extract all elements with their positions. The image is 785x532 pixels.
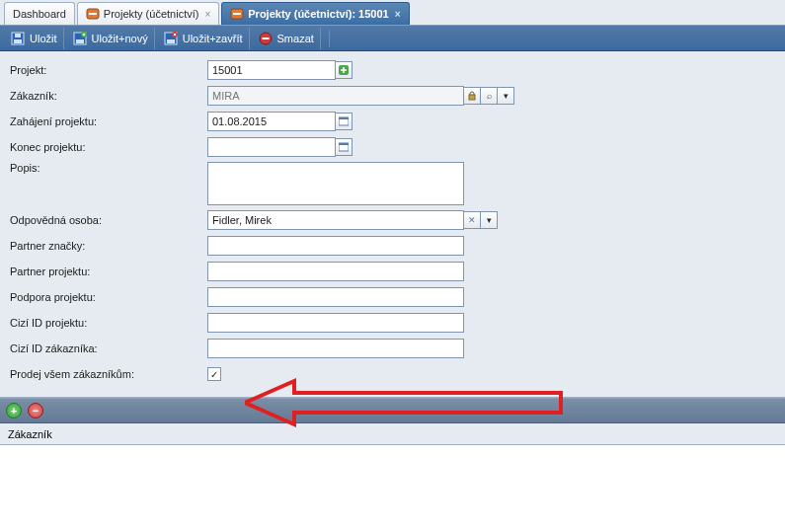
main-toolbar: Uložit Uložit+nový Uložit+zavřít Smazat xyxy=(0,26,785,51)
form-panel: Projekt: Zákazník: ⌕ ▾ Zahájení projektu… xyxy=(0,51,785,398)
cizi-id-zakaznika-input[interactable] xyxy=(207,339,464,358)
konec-label: Konec projektu: xyxy=(10,141,207,153)
projekt-input[interactable] xyxy=(207,60,336,80)
chevron-down-icon: ▾ xyxy=(487,215,492,225)
svg-rect-5 xyxy=(14,39,22,43)
button-label: Uložit xyxy=(30,33,57,44)
zakaznik-dropdown-button[interactable]: ▾ xyxy=(497,87,514,105)
plus-icon: + xyxy=(11,405,17,417)
svg-rect-3 xyxy=(233,13,241,15)
project-icon xyxy=(86,7,100,21)
zahajeni-calendar-button[interactable] xyxy=(335,113,353,130)
calendar-icon xyxy=(339,142,349,152)
tab-projekty-detail[interactable]: Projekty (účetnictví): 15001 × xyxy=(221,2,409,25)
zakaznik-label: Zákazník: xyxy=(10,90,207,102)
toolbar-separator xyxy=(329,30,330,47)
chevron-down-icon: ▾ xyxy=(504,91,509,101)
button-label: Uložit+zavřít xyxy=(183,33,243,44)
partner-znacky-input[interactable] xyxy=(207,236,464,256)
save-new-button[interactable]: Uložit+nový xyxy=(66,28,155,49)
popis-label: Popis: xyxy=(10,162,207,174)
floppy-plus-icon xyxy=(72,31,88,46)
tab-label: Dashboard xyxy=(13,8,66,20)
svg-rect-6 xyxy=(15,34,21,38)
delete-button[interactable]: Smazat xyxy=(252,28,321,49)
svg-rect-8 xyxy=(76,39,84,43)
svg-rect-16 xyxy=(469,95,475,100)
project-icon xyxy=(230,7,244,21)
prodej-vsem-label: Prodej všem zákazníkům: xyxy=(10,368,207,380)
odpovedna-label: Odpovědná osoba: xyxy=(10,214,207,226)
zahajeni-label: Zahájení projektu: xyxy=(10,115,207,127)
lock-icon xyxy=(467,91,477,101)
konec-calendar-button[interactable] xyxy=(335,138,353,156)
grid-body[interactable] xyxy=(0,445,785,504)
search-icon: ⌕ xyxy=(487,91,492,101)
partner-projektu-input[interactable] xyxy=(207,262,464,281)
tab-dashboard[interactable]: Dashboard xyxy=(4,2,75,25)
save-close-button[interactable]: Uložit+zavřít xyxy=(157,28,250,49)
prodej-vsem-checkbox[interactable]: ✓ xyxy=(207,367,221,381)
odpovedna-dropdown-button[interactable]: ▾ xyxy=(480,211,498,229)
delete-icon xyxy=(258,31,274,46)
cizi-id-projektu-input[interactable] xyxy=(207,313,464,333)
close-icon[interactable]: × xyxy=(204,9,210,20)
zakaznik-lock-button[interactable] xyxy=(463,87,481,105)
projekt-picker-button[interactable] xyxy=(335,61,353,79)
plus-box-icon xyxy=(339,65,349,75)
grid-col-zakaznik[interactable]: Zákazník xyxy=(8,428,52,440)
zakaznik-search-button[interactable]: ⌕ xyxy=(480,87,498,105)
svg-rect-18 xyxy=(339,117,349,119)
grid-toolbar: + − xyxy=(0,398,785,423)
delete-row-button[interactable]: − xyxy=(28,403,43,418)
konec-input[interactable] xyxy=(207,137,336,157)
svg-rect-11 xyxy=(167,39,175,43)
podpora-label: Podpora projektu: xyxy=(10,291,207,303)
svg-rect-20 xyxy=(339,143,349,145)
grid-header: Zákazník xyxy=(0,423,785,445)
tab-label: Projekty (účetnictví): 15001 xyxy=(248,8,388,20)
projekt-label: Projekt: xyxy=(10,64,207,76)
odpovedna-clear-button[interactable]: ✕ xyxy=(463,211,481,229)
svg-rect-1 xyxy=(89,13,97,15)
tab-label: Projekty (účetnictví) xyxy=(104,8,199,20)
check-icon: ✓ xyxy=(210,369,218,380)
tab-projekty[interactable]: Projekty (účetnictví) × xyxy=(77,2,219,25)
zahajeni-input[interactable] xyxy=(207,112,336,131)
tab-bar: Dashboard Projekty (účetnictví) × Projek… xyxy=(0,0,785,26)
minus-icon: − xyxy=(33,405,39,417)
close-icon[interactable]: × xyxy=(395,9,401,20)
svg-rect-14 xyxy=(262,38,269,39)
cizi-id-projektu-label: Cizí ID projektu: xyxy=(10,317,207,329)
clear-icon: ✕ xyxy=(468,215,476,225)
floppy-icon xyxy=(10,31,26,46)
button-label: Smazat xyxy=(277,33,314,44)
zakaznik-input xyxy=(207,86,464,106)
partner-znacky-label: Partner značky: xyxy=(10,240,207,252)
podpora-input[interactable] xyxy=(207,287,464,307)
odpovedna-input[interactable] xyxy=(207,210,464,230)
add-row-button[interactable]: + xyxy=(6,403,22,418)
cizi-id-zakaznika-label: Cizí ID zákazníka: xyxy=(10,342,207,354)
button-label: Uložit+nový xyxy=(92,33,148,44)
save-button[interactable]: Uložit xyxy=(4,28,64,49)
popis-textarea[interactable] xyxy=(207,162,464,205)
floppy-close-icon xyxy=(163,31,179,46)
calendar-icon xyxy=(339,116,349,126)
partner-projektu-label: Partner projektu: xyxy=(10,266,207,277)
